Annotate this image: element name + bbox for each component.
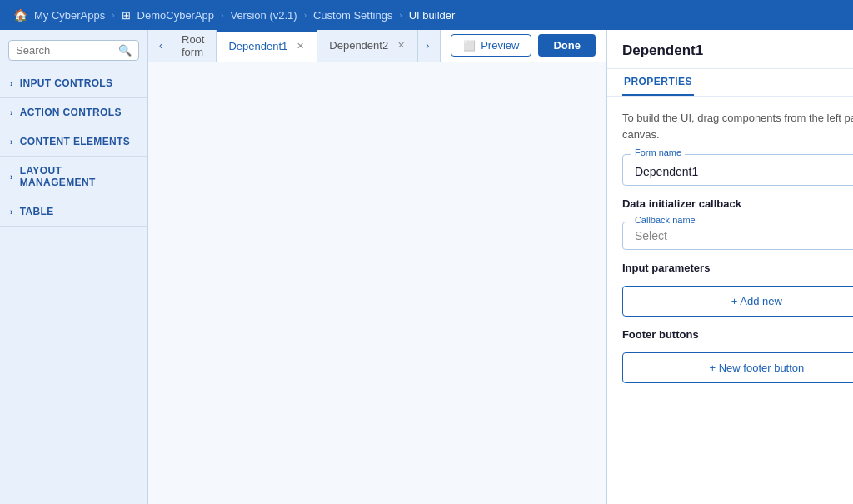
topbar-app[interactable]: DemoCyberApp xyxy=(137,9,215,22)
tab-dependent2-close[interactable]: ✕ xyxy=(395,39,407,52)
topbar-home[interactable]: My CyberApps xyxy=(34,9,105,22)
tab-dependent1-close[interactable]: ✕ xyxy=(294,40,307,52)
add-new-button[interactable]: + Add new xyxy=(622,286,853,317)
tab-root-form[interactable]: Root form xyxy=(170,30,217,62)
tab-bar: ‹ Root form Dependent1 ✕ Dependent2 ✕ › xyxy=(148,30,440,62)
input-params-title: Input parameters xyxy=(622,262,853,274)
topbar-settings[interactable]: Custom Settings xyxy=(313,9,392,22)
right-panel-body: To build the UI, drag components from th… xyxy=(607,97,853,397)
hint-text: To build the UI, drag components from th… xyxy=(622,110,853,142)
home-icon: 🏠 xyxy=(13,8,27,22)
preview-icon: ⬜ xyxy=(463,40,476,52)
sidebar-item-label: ACTION CONTROLS xyxy=(20,107,122,118)
tab-dependent2[interactable]: Dependent2 ✕ xyxy=(317,30,418,62)
chevron-right-icon: › xyxy=(10,172,13,182)
action-bar: ⬜ Preview Done xyxy=(440,30,606,62)
callback-select-row[interactable]: Select ▼ xyxy=(635,229,853,242)
chevron-right-icon: › xyxy=(10,108,13,117)
callback-select-group[interactable]: Callback name Select ▼ xyxy=(622,222,853,250)
center-area: ‹ Root form Dependent1 ✕ Dependent2 ✕ › … xyxy=(148,30,606,504)
search-icon[interactable]: 🔍 xyxy=(118,44,132,57)
form-name-value[interactable]: Dependent1 xyxy=(635,165,853,178)
preview-label: Preview xyxy=(481,39,519,52)
tab-properties[interactable]: PROPERTIES xyxy=(622,69,694,96)
sidebar-item-layout-management[interactable]: › LAYOUT MANAGEMENT xyxy=(0,157,147,197)
topbar-current: UI builder xyxy=(409,9,456,22)
sidebar-item-label: INPUT CONTROLS xyxy=(20,77,113,89)
tab-dependent2-label: Dependent2 xyxy=(329,39,388,52)
tab-dependent1-label: Dependent1 xyxy=(228,40,287,52)
sidebar-item-label: TABLE xyxy=(20,206,54,217)
topbar-sep-1: › xyxy=(112,11,114,20)
tab-root-label: Root form xyxy=(182,33,204,58)
form-name-label: Form name xyxy=(631,147,685,157)
props-tab-bar: PROPERTIES xyxy=(607,69,853,97)
data-initializer-title: Data initializer callback xyxy=(622,197,853,210)
chevron-right-icon: › xyxy=(10,79,13,88)
footer-buttons-title: Footer buttons xyxy=(622,328,853,341)
topbar-sep-3: › xyxy=(304,11,307,20)
main-layout: 🔍 › INPUT CONTROLS › ACTION CONTROLS › C… xyxy=(0,30,853,504)
new-footer-button[interactable]: + New footer button xyxy=(622,352,853,383)
input-params-section: Input parameters xyxy=(622,262,853,274)
form-name-field-group: Form name Dependent1 xyxy=(622,154,853,186)
callback-select-value: Select xyxy=(635,229,667,242)
chevron-right-icon: › xyxy=(10,207,13,217)
tab-next-button[interactable]: › xyxy=(418,35,436,57)
data-initializer-section: Data initializer callback xyxy=(622,197,853,210)
topbar-version[interactable]: Version (v2.1) xyxy=(230,9,297,22)
footer-buttons-section: Footer buttons xyxy=(622,328,853,341)
done-button[interactable]: Done xyxy=(538,34,596,57)
tab-prev-button[interactable]: ‹ xyxy=(152,35,170,57)
search-input[interactable] xyxy=(16,44,113,57)
tab-dependent1[interactable]: Dependent1 ✕ xyxy=(217,30,317,62)
right-panel-title: Dependent1 xyxy=(622,42,703,59)
sidebar-item-input-controls[interactable]: › INPUT CONTROLS xyxy=(0,69,147,98)
topbar: 🏠 My CyberApps › ⊞ DemoCyberApp › Versio… xyxy=(0,0,853,30)
sidebar-item-label: LAYOUT MANAGEMENT xyxy=(20,165,137,188)
topbar-sep-4: › xyxy=(399,11,402,20)
topbar-sep-2: › xyxy=(221,11,223,20)
right-panel: Dependent1 🗑 PROPERTIES To build the UI,… xyxy=(606,30,853,504)
search-box[interactable]: 🔍 xyxy=(8,40,139,61)
sidebar: 🔍 › INPUT CONTROLS › ACTION CONTROLS › C… xyxy=(0,30,148,504)
sidebar-item-label: CONTENT ELEMENTS xyxy=(20,136,130,147)
right-panel-header: Dependent1 🗑 xyxy=(607,30,853,69)
chevron-right-icon: › xyxy=(10,137,13,147)
callback-name-label: Callback name xyxy=(631,215,699,225)
canvas xyxy=(148,62,606,504)
grid-icon: ⊞ xyxy=(122,9,131,22)
sidebar-item-action-controls[interactable]: › ACTION CONTROLS xyxy=(0,98,147,127)
sidebar-item-table[interactable]: › TABLE xyxy=(0,197,147,227)
preview-button[interactable]: ⬜ Preview xyxy=(451,34,531,57)
sidebar-item-content-elements[interactable]: › CONTENT ELEMENTS xyxy=(0,127,147,157)
